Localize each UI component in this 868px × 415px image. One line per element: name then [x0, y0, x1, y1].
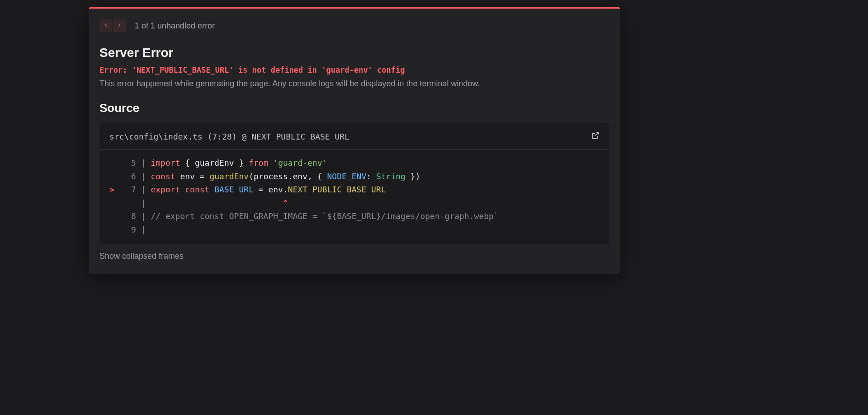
source-file-location: src\config\index.ts (7:28) @ NEXT_PUBLIC…: [109, 132, 349, 141]
external-link-icon: [591, 131, 599, 141]
prev-error-button[interactable]: [99, 19, 112, 32]
error-overlay: 1 of 1 unhandled error Server Error Erro…: [89, 7, 620, 274]
open-in-editor-button[interactable]: [591, 131, 599, 141]
source-heading: Source: [99, 101, 609, 115]
show-collapsed-frames-link[interactable]: Show collapsed frames: [99, 252, 609, 261]
error-counter: 1 of 1 unhandled error: [135, 21, 215, 31]
chevron-left-icon: [103, 22, 108, 30]
error-message: Error: 'NEXT_PUBLIC_BASE_URL' is not def…: [99, 65, 609, 75]
overlay-inner: 1 of 1 unhandled error Server Error Erro…: [89, 19, 620, 261]
error-nav-buttons: [99, 19, 126, 32]
svg-line-0: [595, 132, 599, 136]
error-title: Server Error: [99, 46, 609, 60]
next-error-button[interactable]: [113, 19, 126, 32]
error-description: This error happened while generating the…: [99, 79, 609, 89]
code-frame: src\config\index.ts (7:28) @ NEXT_PUBLIC…: [99, 123, 609, 244]
chevron-right-icon: [117, 22, 122, 30]
code-body: 5 | import { guardEnv } from 'guard-env'…: [99, 150, 609, 244]
error-nav-row: 1 of 1 unhandled error: [99, 19, 609, 32]
code-frame-header: src\config\index.ts (7:28) @ NEXT_PUBLIC…: [99, 123, 609, 150]
